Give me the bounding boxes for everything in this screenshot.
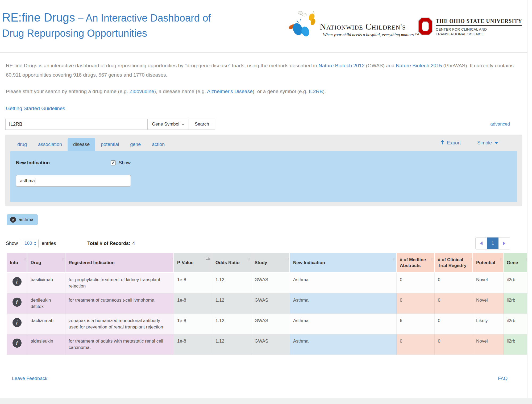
sort-icon[interactable] [286,256,289,262]
cell-drug: aldesleukin [27,334,65,355]
results-filter-panel: drug association disease potential gene … [5,135,522,206]
info-icon[interactable] [13,339,22,348]
faq-link[interactable]: FAQ [498,376,508,381]
nationwide-childrens-logo: Nationwide Children's When your child ne… [289,8,419,40]
cell-drug: daclizumab [27,314,65,334]
cell-potential: Novel [473,293,504,314]
tab-gene[interactable]: gene [124,138,146,151]
column-header-p-value[interactable]: P-Value [174,253,212,273]
footer: Leave Feedback FAQ [0,376,527,381]
column-header-odds-ratio[interactable]: Odds Ratio [212,253,251,273]
sort-icon[interactable] [170,256,173,262]
search-input[interactable] [5,119,148,130]
table-row: denileukin diftitox for treatment of cut… [7,293,527,314]
view-mode-dropdown[interactable]: Simple [477,140,498,146]
sort-icon[interactable] [431,256,433,262]
search-row: Gene Symbol Search advanced [5,119,522,130]
tab-action[interactable]: action [146,138,170,151]
cell-new-indication: Asthma [290,334,397,355]
cell-registered-indication: for prophylactic treatment of kidney tra… [65,273,174,293]
info-icon[interactable] [13,298,22,307]
panel-actions: Export Simple [440,140,498,146]
intro-text: Please start your search by entering a d… [6,89,130,94]
tab-drug[interactable]: drug [12,138,32,151]
column-header-info[interactable]: Info [7,253,27,273]
osu-center-line1: CENTER FOR CLINICAL AND [436,27,522,32]
chevron-down-icon [494,142,498,144]
sort-icon[interactable] [393,256,395,262]
total-records-label: Total # of Records: [87,241,130,246]
tab-potential[interactable]: potential [95,138,124,151]
nature-biotech-2012-link[interactable]: Nature Biotech 2012 [318,63,364,68]
info-icon[interactable] [13,318,22,327]
active-filter-tag[interactable]: asthma [7,214,38,225]
new-indication-input[interactable]: asthma [16,175,131,187]
leave-feedback-link[interactable]: Leave Feedback [12,376,47,381]
column-header-clinical-trial-registry[interactable]: # of Clinical Trial Registry [435,253,473,273]
column-header-medline-abstracts[interactable]: # of Medline Abstracts [397,253,435,273]
next-page-button[interactable] [498,238,510,249]
stepper-icon [34,241,36,245]
cell-potential: Novel [473,334,504,355]
page-title-strong: RE:fine Drugs [2,11,75,24]
intro-text: (GWAS) and [365,63,396,68]
cell-odds-ratio: 1.12 [212,334,251,355]
zidovudine-example-link[interactable]: Zidovudine [130,89,154,94]
sort-icon[interactable] [61,256,64,262]
column-header-study[interactable]: Study [251,253,290,273]
page-title: RE:fine Drugs – An Interactive Dashboard… [2,11,211,39]
column-header-gene[interactable]: Gene [504,253,527,273]
column-header-drug[interactable]: Drug [27,253,65,273]
active-filter-tag-label: asthma [19,217,34,222]
sort-ascending-icon[interactable] [206,256,210,262]
column-header-potential[interactable]: Potential [473,253,504,273]
cell-study: GWAS [251,334,290,355]
getting-started-guidelines-link[interactable]: Getting Started Guidelines [6,106,65,111]
search-category-dropdown[interactable]: Gene Symbol [147,119,189,130]
nationwide-name: Nationwide Children's [320,22,419,32]
cell-study: GWAS [251,293,290,314]
chevron-down-icon [182,124,184,125]
column-header-new-indication[interactable]: New Indication [290,253,397,273]
cell-new-indication: Asthma [290,273,397,293]
search-input-group: Gene Symbol Search [5,119,215,130]
cell-odds-ratio: 1.12 [212,314,251,334]
cell-new-indication: Asthma [290,293,397,314]
bottom-strip [0,398,532,404]
tab-disease[interactable]: disease [68,138,95,151]
alzheimers-example-link[interactable]: Alzheimer's Disease [207,89,253,94]
results-table: Info Drug Registered Indication P-Value … [7,253,527,355]
export-button[interactable]: Export [440,140,461,146]
page-root: RE:fine Drugs – An Interactive Dashboard… [0,0,527,398]
sort-icon[interactable] [525,256,527,262]
page-title-rest: – An Interactive Dashboard of [75,13,211,24]
sort-icon[interactable] [469,256,472,262]
export-label: Export [447,140,461,146]
cell-p-value: 1e-8 [174,273,212,293]
cell-gene: il2rb [504,334,527,355]
osu-block-o-icon [418,18,433,36]
tab-association[interactable]: association [32,138,68,151]
show-checkbox[interactable] [111,160,116,165]
sort-icon[interactable] [247,256,250,262]
previous-page-button[interactable] [476,238,487,249]
info-icon[interactable] [13,277,22,286]
filter-field-label: New Indication [16,160,111,166]
cell-new-indication: Asthma [290,314,397,334]
search-button[interactable]: Search [189,119,215,130]
current-page-button[interactable]: 1 [487,238,498,249]
table-row: basiliximab for prophylactic treatment o… [7,273,527,293]
search-instructions-paragraph: Please start your search by entering a d… [6,87,517,96]
cell-clinical-trials: 0 [435,334,473,355]
sort-icon[interactable] [23,256,26,262]
nature-biotech-2015-link[interactable]: Nature Biotech 2015 [396,63,442,68]
cell-study: GWAS [251,314,290,334]
page-title-line2: Drug Repurposing Opportunities [2,27,211,40]
sort-icon[interactable] [500,256,502,262]
page-size-select[interactable]: 100 [21,239,39,248]
disease-filter-box: New Indication Show asthma [10,151,517,202]
il2rb-example-link[interactable]: IL2RB [309,89,323,94]
remove-tag-icon[interactable] [10,217,16,223]
column-header-registered-indication[interactable]: Registered Indication [65,253,174,273]
advanced-search-link[interactable]: advanced [490,122,510,127]
